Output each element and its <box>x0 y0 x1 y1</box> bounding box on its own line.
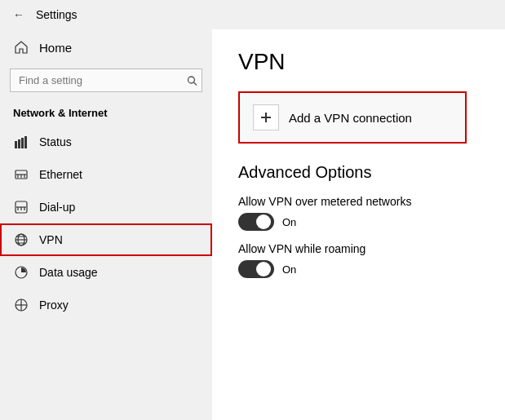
sidebar-item-datausage-label: Data usage <box>39 266 98 279</box>
add-vpn-label: Add a VPN connection <box>289 111 412 125</box>
page-title: VPN <box>238 49 479 75</box>
svg-rect-3 <box>18 139 20 148</box>
ethernet-icon <box>13 166 29 183</box>
sidebar-item-ethernet[interactable]: Ethernet <box>0 158 212 191</box>
sidebar-item-vpn[interactable]: VPN <box>0 223 212 256</box>
sidebar-item-vpn-label: VPN <box>39 233 63 246</box>
sidebar-item-ethernet-label: Ethernet <box>39 168 82 181</box>
vpn-roaming-label: Allow VPN while roaming <box>238 242 479 255</box>
vpn-metered-option: Allow VPN over metered networks On <box>238 195 479 231</box>
sidebar-item-proxy-label: Proxy <box>39 298 69 312</box>
sidebar-item-status-label: Status <box>39 135 72 148</box>
add-vpn-button[interactable]: Add a VPN connection <box>238 91 467 144</box>
vpn-metered-label: Allow VPN over metered networks <box>238 195 479 208</box>
sidebar-item-proxy[interactable]: Proxy <box>0 289 212 321</box>
svg-rect-5 <box>24 136 27 148</box>
sidebar-item-status[interactable]: Status <box>0 126 212 158</box>
sidebar-item-dialup[interactable]: Dial-up <box>0 191 212 223</box>
status-icon <box>13 134 29 150</box>
vpn-roaming-toggle-row: On <box>238 260 479 278</box>
datausage-icon <box>13 264 29 281</box>
title-bar: ← Settings <box>0 0 505 29</box>
content-area: VPN Add a VPN connection Advanced Option… <box>212 29 505 420</box>
sidebar-item-home[interactable]: Home <box>0 29 212 65</box>
advanced-options-title: Advanced Options <box>238 163 479 182</box>
sidebar-item-dialup-label: Dial-up <box>39 201 75 214</box>
home-icon <box>13 39 29 55</box>
vpn-icon <box>13 232 29 248</box>
svg-line-1 <box>194 82 197 86</box>
svg-point-0 <box>188 77 195 83</box>
search-button[interactable] <box>187 75 197 86</box>
vpn-metered-toggle-label: On <box>282 216 296 228</box>
vpn-roaming-option: Allow VPN while roaming On <box>238 242 479 278</box>
dialup-icon <box>13 199 29 215</box>
vpn-metered-toggle[interactable] <box>238 213 274 231</box>
svg-rect-2 <box>15 141 17 148</box>
svg-rect-4 <box>21 138 24 148</box>
back-button[interactable]: ← <box>10 7 28 23</box>
sidebar-item-datausage[interactable]: Data usage <box>0 256 212 289</box>
vpn-metered-toggle-row: On <box>238 213 479 231</box>
vpn-roaming-toggle-label: On <box>282 263 296 276</box>
vpn-roaming-toggle[interactable] <box>238 260 274 278</box>
title-bar-text: Settings <box>36 8 78 21</box>
home-label: Home <box>39 41 72 55</box>
section-label: Network & Internet <box>0 102 212 126</box>
main-layout: Home Network & Internet <box>0 29 505 420</box>
search-input[interactable] <box>10 69 202 92</box>
search-container <box>10 69 202 92</box>
plus-icon <box>253 104 279 130</box>
proxy-icon <box>13 297 29 313</box>
sidebar: Home Network & Internet <box>0 29 212 420</box>
